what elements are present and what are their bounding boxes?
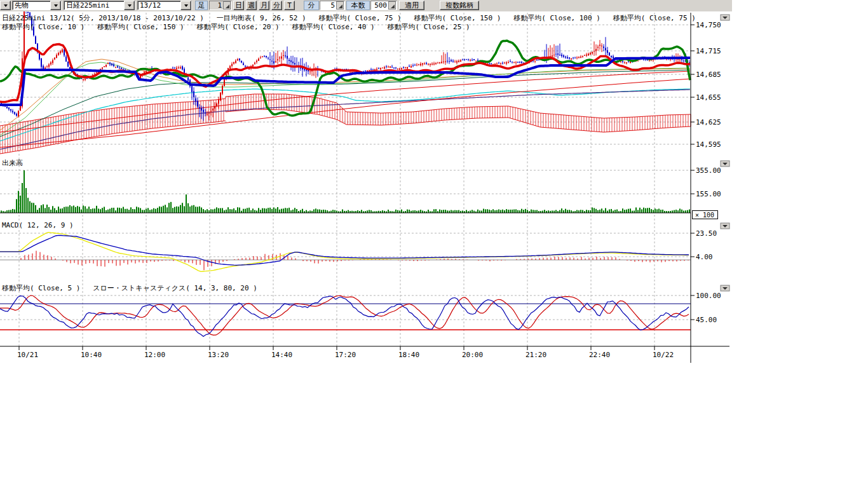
market-select[interactable]: 先物 [12, 1, 62, 10]
volume-bar [180, 205, 181, 213]
volume-bar [100, 209, 101, 213]
candle-body [561, 55, 562, 56]
volume-bar [609, 210, 610, 213]
volume-bar [319, 210, 320, 213]
candle-body [203, 110, 204, 112]
volume-bar [677, 210, 679, 213]
candle-body [243, 64, 244, 65]
volume-bar [29, 201, 31, 213]
volume-bar [473, 211, 475, 213]
volume-bar [483, 209, 484, 213]
volume-bar [300, 210, 301, 213]
candle-body [214, 106, 215, 109]
volume-bar [582, 210, 583, 213]
volume-bar [104, 207, 105, 213]
candle-body [16, 114, 17, 116]
period-week-button[interactable]: 週 [246, 1, 257, 10]
period-minute-button[interactable]: 分 [271, 1, 282, 10]
market-select-arrow[interactable] [50, 1, 61, 10]
symbol-select-arrow[interactable] [124, 1, 135, 10]
candle-body [264, 56, 265, 57]
volume-bar [222, 208, 223, 213]
candle-body [256, 61, 257, 62]
candle-body [115, 67, 116, 67]
candle-body [233, 62, 234, 64]
volume-bar [399, 210, 400, 213]
y-axis-label: 355.00 [696, 166, 721, 175]
chart-menu-dropdown-button[interactable] [0, 1, 11, 10]
volume-bar [146, 209, 147, 213]
candle-body [386, 66, 387, 67]
candle-body [62, 50, 63, 52]
volume-bar [519, 210, 520, 213]
volume-bar [458, 210, 459, 213]
volume-bar [8, 210, 10, 213]
period-month-button[interactable]: 月 [259, 1, 269, 10]
volume-bar [197, 207, 198, 213]
candle-body [275, 61, 276, 62]
candle-body [369, 70, 370, 71]
spinner-icon[interactable] [223, 1, 231, 10]
candle-body [281, 57, 282, 59]
spinner-icon[interactable] [336, 1, 344, 10]
volume-bar [92, 208, 93, 213]
period-day-button[interactable]: 日 [233, 1, 244, 10]
candle-body [405, 67, 406, 68]
chevron-down-icon [54, 4, 58, 7]
volume-bar [27, 198, 29, 213]
bar-type-toggle[interactable]: 足 [195, 1, 208, 10]
bar-count-stepper[interactable]: 500 [370, 1, 397, 10]
volume-bar [370, 210, 372, 213]
volume-bar [121, 208, 122, 213]
volume-bar [277, 207, 278, 213]
candle-body [470, 60, 471, 60]
multi-symbol-button[interactable]: 複数銘柄 [440, 1, 479, 10]
contract-month-select[interactable]: 13/12 [137, 1, 192, 10]
candle-body [451, 60, 452, 62]
chart-canvas[interactable]: 10/2110:4012:0013:2014:4017:2018:4020:00… [0, 0, 868, 488]
y-axis-label: 100.00 [696, 292, 721, 300]
candle-body [458, 61, 459, 62]
candle-body [489, 63, 490, 64]
volume-bar [199, 207, 200, 213]
volume-bar [210, 209, 212, 213]
volume-bar [447, 210, 448, 213]
volume-bar [397, 210, 398, 213]
volume-bar [306, 210, 307, 213]
bar-interval-stepper[interactable]: 1 [209, 1, 232, 10]
candle-body [435, 63, 437, 64]
candle-body [146, 71, 147, 72]
volume-bar [54, 208, 55, 213]
spinner-icon[interactable] [388, 1, 396, 10]
x-axis-label: 10/22 [653, 351, 674, 359]
candle-body [593, 51, 595, 51]
candle-body [260, 58, 261, 58]
symbol-select[interactable]: 日経225mini [64, 1, 135, 10]
volume-bar [590, 210, 591, 213]
volume-bar [266, 208, 267, 213]
candle-body [199, 107, 200, 109]
candle-body [563, 55, 564, 57]
candle-body [622, 61, 623, 62]
volume-bar [168, 203, 170, 213]
volume-bar [157, 208, 158, 213]
volume-bar [111, 208, 112, 213]
volume-bar [506, 209, 507, 213]
volume-bar [275, 208, 276, 213]
volume-bar [252, 208, 254, 213]
candle-body [85, 79, 86, 79]
candle-body [176, 68, 177, 69]
candle-body [60, 51, 61, 53]
volume-bar [37, 210, 38, 213]
contract-month-arrow[interactable] [180, 1, 191, 10]
volume-bar [553, 211, 555, 213]
candle-body [239, 58, 240, 60]
apply-button[interactable]: 適用 [399, 1, 424, 10]
candle-body [462, 60, 463, 60]
period-tick-button[interactable]: T [284, 1, 295, 10]
candle-body [626, 62, 627, 63]
minutes-stepper[interactable]: 5 [320, 1, 345, 10]
volume-bar [649, 208, 650, 213]
volume-bar [441, 210, 442, 213]
volume-bar [151, 210, 153, 213]
